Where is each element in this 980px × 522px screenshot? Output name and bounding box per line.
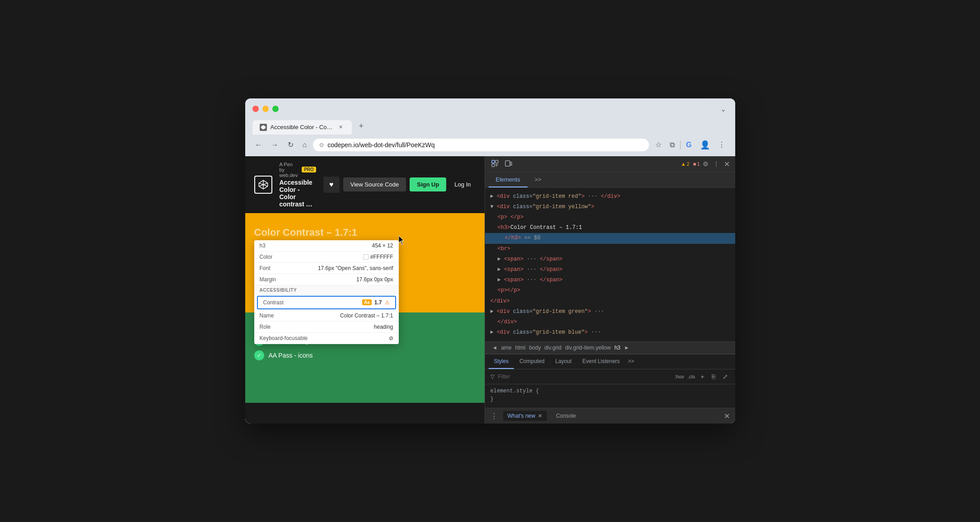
breadcrumb-item-nav[interactable]: ◄ — [490, 344, 499, 352]
aa-badge: Aa — [362, 299, 372, 305]
dom-line: <br> — [485, 244, 735, 254]
profile-button[interactable]: 👤 — [697, 138, 713, 152]
more-button[interactable]: ⋮ — [715, 139, 728, 151]
bookmark-button[interactable]: ☆ — [653, 139, 664, 151]
dropdown-icon: ⌄ — [720, 105, 728, 113]
breadcrumb-item-html[interactable]: html — [513, 344, 527, 352]
styles-tab-more[interactable]: >> — [625, 354, 637, 369]
dom-line: ► <span> ··· </span> — [485, 275, 735, 285]
heart-button[interactable]: ♥ — [323, 177, 340, 193]
filter-input[interactable] — [498, 373, 672, 380]
traffic-lights — [252, 106, 279, 112]
url-text: codepen.io/web-dot-dev/full/PoeKzWq — [327, 141, 434, 149]
device-toolbar-button[interactable] — [502, 158, 515, 170]
tooltip-name-label: Name — [260, 312, 274, 319]
signup-button[interactable]: Sign Up — [410, 177, 446, 191]
codepen-meta: A Pen by web.dev PRO — [280, 162, 316, 178]
whats-new-close[interactable]: ✕ — [538, 413, 542, 419]
dom-line-selected[interactable]: </h3> == $0 — [485, 233, 735, 243]
svg-rect-8 — [505, 161, 510, 166]
styles-tab-event-listeners[interactable]: Event Listeners — [577, 354, 625, 369]
filter-add-button[interactable]: + — [699, 372, 706, 381]
tab-close-button[interactable]: ✕ — [337, 124, 345, 131]
styles-tab-computed[interactable]: Computed — [514, 354, 550, 369]
expand-icon[interactable]: ► — [490, 329, 494, 336]
expand-icon[interactable]: ▼ — [490, 204, 494, 210]
devtools-settings-button[interactable]: ⚙ — [701, 158, 710, 169]
devtools-close-button[interactable]: ✕ — [722, 158, 732, 170]
dom-tag: <div — [497, 193, 513, 200]
devtools-tabs: Elements >> — [485, 172, 735, 188]
whats-new-tab[interactable]: What's new ✕ — [503, 411, 547, 421]
toolbar-divider — [680, 140, 681, 149]
pro-badge: PRO — [302, 167, 316, 172]
close-window-button[interactable] — [252, 106, 259, 112]
filter-actions: :hov .cls + ⎘ ⤢ — [675, 372, 729, 381]
tooltip-name-row: Name Color Contrast – 1.7:1 — [254, 310, 399, 322]
new-tab-button[interactable]: + — [354, 118, 369, 135]
tooltip-role-label: Role — [260, 324, 271, 330]
extensions-button[interactable]: ⧉ — [667, 139, 677, 151]
active-tab[interactable]: Accessible Color - Color cont… ✕ — [252, 120, 352, 135]
breadcrumb-item-h3[interactable]: h3 — [612, 344, 622, 352]
webpage-panel: A Pen by web.dev PRO Accessible Color - … — [245, 156, 485, 424]
dom-line: ► <div class="grid-item red"> ··· </div> — [485, 191, 735, 202]
login-button[interactable]: Log In — [450, 177, 475, 191]
dom-line: ► <div class="grid-item green"> ··· — [485, 307, 735, 317]
webpage-preview: Color Contrast – 1.7:1 h3 454 × 12 — [245, 213, 485, 403]
reload-button[interactable]: ↻ — [285, 139, 296, 151]
home-button[interactable]: ⌂ — [300, 139, 310, 151]
filter-class[interactable]: .cls — [688, 374, 695, 379]
maximize-window-button[interactable] — [272, 106, 279, 112]
breadcrumb-item-yellow[interactable]: div.grid-item.yellow — [563, 344, 612, 352]
tab-more[interactable]: >> — [527, 172, 549, 187]
codepen-title: Accessible Color - Color contrast … — [280, 179, 316, 208]
aa-pass-icons-text: AA Pass - icons — [269, 352, 313, 359]
warning-icon: ▲ — [681, 161, 686, 167]
contrast-row: Contrast Aa 1.7 ⚠ — [257, 296, 396, 309]
breadcrumb-item-next[interactable]: ► — [622, 344, 631, 352]
tab-title: Accessible Color - Color cont… — [271, 124, 334, 130]
element-style-close: } — [490, 396, 730, 402]
tooltip-margin-value: 17.6px 0px 0px — [356, 276, 393, 283]
inspect-element-button[interactable] — [489, 158, 501, 170]
console-tab[interactable]: Console — [552, 411, 579, 421]
tooltip-font-row: Font 17.6px "Open Sans", sans-serif — [254, 263, 399, 274]
bottom-more-icon[interactable]: ⋮ — [490, 412, 498, 420]
styles-tab-styles[interactable]: Styles — [489, 354, 514, 369]
view-source-button[interactable]: View Source Code — [343, 177, 406, 191]
styles-content: element.style { } — [485, 384, 735, 408]
breadcrumb-item-grid[interactable]: div.grid — [542, 344, 563, 352]
address-bar[interactable]: ⊙ codepen.io/web-dot-dev/full/PoeKzWq — [313, 139, 649, 151]
expand-icon[interactable]: ► — [498, 266, 501, 273]
filter-pseudo-class[interactable]: :hov — [675, 374, 684, 379]
filter-expand-button[interactable]: ⤢ — [721, 372, 730, 381]
dom-line: ► <span> ··· </span> — [485, 254, 735, 265]
expand-icon[interactable]: ► — [490, 193, 494, 200]
aa-pass-icons-item: ✓ AA Pass - icons — [254, 350, 476, 360]
devtools-toolbar: ▲ 2 ■ 1 ⚙ ⋮ ✕ — [485, 156, 735, 172]
whats-new-label: What's new — [508, 413, 536, 419]
breadcrumb-item-body[interactable]: body — [527, 344, 542, 352]
tab-bar: Accessible Color - Color cont… ✕ + — [252, 118, 728, 135]
google-button[interactable]: G — [683, 139, 694, 151]
codepen-info: A Pen by web.dev PRO Accessible Color - … — [280, 162, 316, 208]
breadcrumb-item-ame[interactable]: ame — [499, 344, 513, 352]
devtools-warnings: ▲ 2 ■ 1 — [681, 161, 700, 167]
tab-elements[interactable]: Elements — [489, 172, 527, 187]
bottom-close-button[interactable]: ✕ — [724, 412, 730, 420]
expand-icon[interactable]: ► — [498, 256, 501, 262]
tooltip-heading-row: h3 454 × 12 — [254, 240, 399, 252]
forward-button[interactable]: → — [269, 139, 281, 151]
minimize-window-button[interactable] — [262, 106, 269, 112]
back-button[interactable]: ← — [252, 139, 265, 151]
expand-icon[interactable]: ► — [498, 277, 501, 283]
filter-copy-button[interactable]: ⎘ — [710, 372, 717, 381]
svg-rect-7 — [492, 164, 495, 167]
styles-tab-layout[interactable]: Layout — [550, 354, 577, 369]
devtools-more-button[interactable]: ⋮ — [711, 158, 721, 169]
address-bar-row: ← → ↻ ⌂ ⊙ codepen.io/web-dot-dev/full/Po… — [245, 135, 735, 156]
error-count: 1 — [697, 161, 700, 167]
expand-icon[interactable]: ► — [490, 308, 494, 315]
dom-line: <p></p> — [485, 285, 735, 296]
